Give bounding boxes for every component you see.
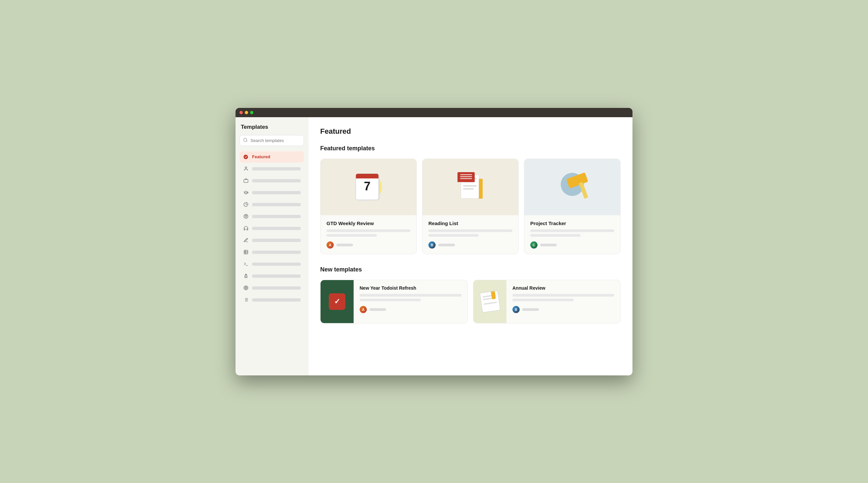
chess-icon (243, 273, 249, 279)
desc-line-2 (513, 299, 574, 301)
reading-card-body: Reading List B (423, 215, 518, 254)
svg-rect-3 (244, 179, 248, 182)
desc-line-1 (530, 229, 614, 232)
annual-card-body: Annual Review B (506, 280, 620, 323)
featured-label: Featured (252, 154, 270, 159)
sidebar-item-developer[interactable] (240, 259, 304, 270)
project-author: C (530, 242, 614, 249)
maximize-button[interactable] (250, 111, 253, 114)
notebook-icon (479, 290, 500, 313)
desc-line-2 (428, 234, 479, 237)
template-card-project[interactable]: Project Tracker C (524, 159, 621, 254)
svg-point-2 (245, 167, 247, 169)
target-icon (243, 285, 249, 291)
avatar: B (513, 306, 520, 313)
author-name (336, 244, 353, 246)
gtd-card-image: 7 (320, 159, 416, 215)
avatar-image: B (428, 242, 436, 249)
app-container: Templates Featured (236, 117, 632, 375)
new-templates-section: New templates ✓ New Year Todoist (320, 266, 621, 323)
nav-label (252, 262, 301, 266)
table-icon (243, 249, 249, 255)
pen-icon (243, 237, 249, 243)
sidebar-item-education[interactable] (240, 187, 304, 198)
person-icon (243, 166, 249, 172)
briefcase-icon (243, 178, 249, 184)
reading-card-name: Reading List (428, 221, 513, 226)
avatar: A (327, 242, 334, 249)
desc-line-2 (360, 299, 421, 301)
newyear-card-image: ✓ (320, 280, 353, 323)
annual-card-name: Annual Review (513, 285, 614, 291)
close-button[interactable] (240, 111, 243, 114)
sidebar-item-work[interactable] (240, 175, 304, 187)
chart-icon (243, 202, 249, 207)
project-card-name: Project Tracker (530, 221, 614, 226)
gtd-author: A (327, 242, 410, 249)
sidebar: Templates Featured (236, 117, 308, 375)
search-input[interactable] (250, 138, 300, 143)
annual-author: B (513, 306, 614, 313)
svg-point-4 (244, 214, 248, 219)
newyear-inner: ✓ (329, 293, 345, 310)
nav-label (252, 191, 301, 194)
svg-point-5 (245, 215, 245, 216)
template-card-reading[interactable]: Reading List B (422, 159, 519, 254)
page-title: Featured (320, 127, 621, 136)
newyear-illustration: ✓ (326, 290, 349, 313)
sidebar-item-creative[interactable] (240, 211, 304, 222)
sidebar-title: Templates (240, 124, 304, 131)
avatar-image: A (327, 242, 334, 249)
nav-label (252, 167, 301, 170)
avatar: C (530, 242, 537, 249)
list-icon (243, 297, 249, 303)
sidebar-item-finance[interactable] (240, 199, 304, 210)
sidebar-item-writing[interactable] (240, 235, 304, 246)
main-content: Featured Featured templates (308, 117, 632, 375)
desc-line-1 (327, 229, 410, 232)
svg-point-7 (246, 217, 247, 217)
search-box[interactable] (240, 135, 304, 146)
sidebar-item-strategy[interactable] (240, 271, 304, 282)
new-templates-grid: ✓ New Year Todoist Refresh A (320, 280, 621, 323)
gtd-card-name: GTD Weekly Review (327, 221, 410, 226)
nav-label (252, 286, 301, 290)
desc-line-2 (327, 234, 377, 237)
minimize-button[interactable] (245, 111, 248, 114)
author-name (370, 308, 386, 311)
search-icon (243, 138, 248, 143)
desc-line-1 (428, 229, 513, 232)
nav-label (252, 227, 301, 230)
desc-line-1 (360, 294, 461, 296)
nav-label (252, 275, 301, 278)
sidebar-item-support[interactable] (240, 223, 304, 234)
desc-line-2 (530, 234, 581, 237)
desc-line-1 (513, 294, 614, 296)
sidebar-item-featured[interactable]: Featured (240, 151, 304, 163)
svg-point-6 (246, 215, 247, 216)
annual-illustration (478, 290, 501, 313)
sidebar-item-goals[interactable] (240, 282, 304, 294)
avatar-image: B (513, 306, 520, 313)
nav-label (252, 215, 301, 218)
svg-rect-9 (244, 250, 247, 254)
sidebar-item-more[interactable] (240, 294, 304, 306)
svg-point-8 (245, 217, 245, 217)
author-name (438, 244, 455, 246)
template-card-annual[interactable]: Annual Review B (473, 280, 621, 323)
annual-card-image (473, 280, 506, 323)
project-illustration (557, 172, 587, 202)
svg-point-17 (245, 287, 246, 288)
avatar: A (360, 306, 367, 313)
sidebar-item-data[interactable] (240, 247, 304, 258)
terminal-icon (243, 261, 249, 267)
sidebar-item-personal[interactable] (240, 163, 304, 174)
template-card-newyear[interactable]: ✓ New Year Todoist Refresh A (320, 280, 468, 323)
headset-icon (243, 225, 249, 231)
svg-point-16 (244, 287, 247, 289)
gtd-card-body: GTD Weekly Review A (320, 215, 416, 254)
template-card-gtd[interactable]: 7 GTD Weekly Review A (320, 159, 417, 254)
newyear-card-name: New Year Todoist Refresh (360, 285, 461, 291)
todoist-icon (243, 154, 249, 160)
nav-label (252, 298, 301, 302)
